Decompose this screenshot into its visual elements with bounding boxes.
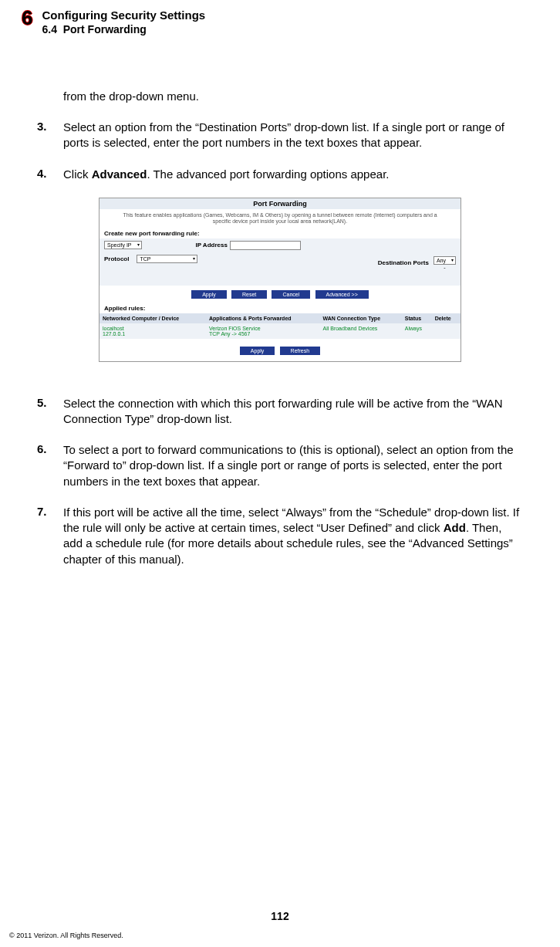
bottom-buttons-row: Apply Refresh — [100, 339, 460, 361]
page-content: from the drop-down menu. 3. Select an op… — [0, 36, 560, 567]
col-delete: Delete — [432, 313, 460, 323]
page-number: 112 — [0, 910, 560, 922]
cell-wan: All Broadband Devices — [320, 323, 402, 339]
cell-device: localhost 127.0.0.1 — [100, 323, 206, 339]
apps-line1: Verizon FiOS Service — [209, 326, 261, 331]
specify-ip-dropdown[interactable]: Specify IP — [104, 241, 142, 249]
apply-button-bottom[interactable]: Apply — [240, 347, 275, 355]
col-status: Status — [402, 313, 432, 323]
col-apps: Applications & Ports Forwarded — [206, 313, 320, 323]
col-wan: WAN Connection Type — [320, 313, 402, 323]
refresh-button[interactable]: Refresh — [280, 347, 321, 355]
cell-status: Always — [402, 323, 432, 339]
step-number: 6. — [37, 442, 63, 489]
copyright-notice: © 2011 Verizon. All Rights Reserved. — [9, 932, 123, 939]
destination-ports-dropdown[interactable]: Any — [433, 256, 456, 265]
chapter-number: 6 — [22, 8, 32, 28]
ip-address-label: IP Address — [196, 242, 228, 249]
chapter-title: Configuring Security Settings — [42, 8, 205, 22]
step-7: 7. If this port will be active all the t… — [37, 505, 523, 567]
section-name: Port Forwarding — [63, 23, 147, 36]
advanced-button[interactable]: Advanced >> — [315, 290, 369, 299]
ip-address-input[interactable] — [230, 241, 301, 250]
table-header-row: Networked Computer / Device Applications… — [100, 313, 460, 323]
bold-term: Add — [444, 521, 466, 534]
step-text: Click Advanced. The advanced port forwar… — [63, 167, 523, 182]
device-name-link[interactable]: localhost — [103, 326, 124, 331]
form-buttons-row: Apply Reset Cancel Advanced >> — [100, 286, 460, 303]
protocol-row: Protocol TCP Destination Ports Any - — [100, 252, 460, 286]
step-number: 3. — [37, 120, 63, 151]
col-device: Networked Computer / Device — [100, 313, 206, 323]
screenshot-title: Port Forwarding — [100, 198, 460, 209]
create-rule-label: Create new port forwarding rule: — [100, 228, 460, 238]
protocol-dropdown[interactable]: TCP — [137, 255, 197, 263]
cell-apps: Verizon FiOS Service TCP Any -> 4567 — [206, 323, 320, 339]
specify-ip-row: Specify IP IP Address — [100, 238, 460, 252]
step-text: Select an option from the “Destination P… — [63, 120, 523, 151]
step-text: To select a port to forward communicatio… — [63, 442, 523, 489]
screenshot-description: This feature enables applications (Games… — [100, 209, 460, 228]
page-header: 6 Configuring Security Settings 6.4 Port… — [0, 0, 560, 36]
destination-ports-dash: - — [433, 265, 456, 270]
protocol-label: Protocol — [104, 255, 129, 262]
step-text: Select the connection with which this po… — [63, 396, 523, 428]
apps-line2: TCP Any -> 4567 — [209, 331, 250, 337]
table-row: localhost 127.0.0.1 Verizon FiOS Service… — [100, 323, 460, 339]
applied-rules-table: Networked Computer / Device Applications… — [100, 313, 460, 339]
step-5: 5. Select the connection with which this… — [37, 396, 523, 428]
step-4: 4. Click Advanced. The advanced port for… — [37, 167, 523, 182]
step-6: 6. To select a port to forward communica… — [37, 442, 523, 489]
step-number: 7. — [37, 505, 63, 567]
reset-button[interactable]: Reset — [231, 290, 267, 299]
apply-button[interactable]: Apply — [191, 290, 227, 299]
bold-term: Advanced — [92, 167, 147, 181]
cancel-button[interactable]: Cancel — [272, 290, 310, 299]
device-ip: 127.0.0.1 — [103, 331, 125, 337]
port-forwarding-screenshot: Port Forwarding This feature enables app… — [99, 198, 461, 362]
header-titles: Configuring Security Settings 6.4 Port F… — [42, 8, 205, 36]
cell-delete[interactable] — [432, 323, 460, 339]
step-number: 4. — [37, 167, 63, 182]
continuation-text: from the drop-down menu. — [63, 90, 523, 103]
applied-rules-label: Applied rules: — [100, 303, 460, 313]
section-title: 6.4 Port Forwarding — [42, 23, 205, 36]
step-3: 3. Select an option from the “Destinatio… — [37, 120, 523, 151]
screenshot-figure: Port Forwarding This feature enables app… — [37, 198, 523, 362]
section-number: 6.4 — [42, 23, 56, 36]
step-number: 5. — [37, 396, 63, 428]
destination-ports-label: Destination Ports — [378, 259, 429, 266]
step-text: If this port will be active all the time… — [63, 505, 523, 567]
